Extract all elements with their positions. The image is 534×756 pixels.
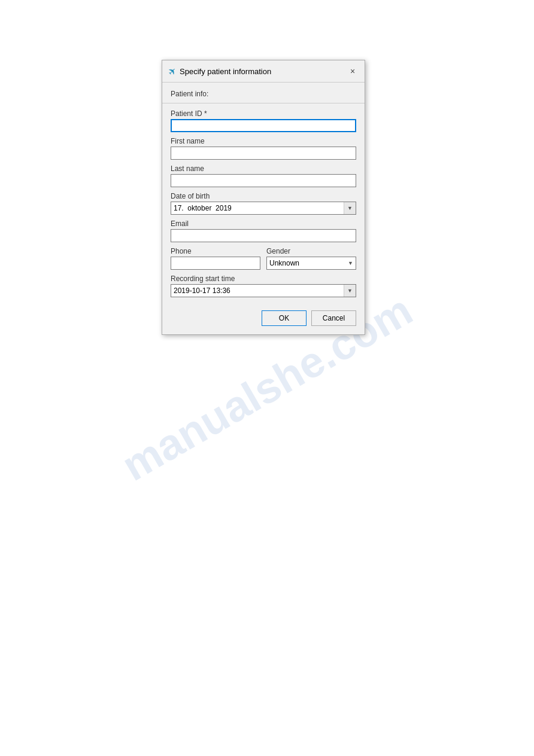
date-of-birth-wrapper: ▼	[171, 202, 356, 215]
phone-field-group: Phone	[171, 247, 260, 270]
close-button[interactable]: ×	[347, 65, 359, 77]
first-name-label: First name	[171, 137, 356, 145]
app-icon: ✈	[165, 65, 179, 78]
email-label: Email	[171, 220, 356, 228]
patient-id-field-group: Patient ID *	[171, 109, 356, 132]
dialog-body: Patient info: Patient ID * First name La…	[162, 83, 365, 334]
ok-button[interactable]: OK	[262, 310, 307, 326]
gender-select-wrapper: Unknown Male Female Other ▼	[266, 257, 356, 270]
last-name-label: Last name	[171, 164, 356, 173]
recording-calendar-dropdown-icon: ▼	[347, 288, 353, 294]
phone-label: Phone	[171, 247, 260, 255]
dialog-title-left: ✈ Specify patient information	[168, 66, 271, 77]
recording-start-time-label: Recording start time	[171, 275, 356, 283]
dialog-footer: OK Cancel	[171, 306, 356, 326]
recording-calendar-button[interactable]: ▼	[344, 285, 356, 297]
patient-id-label: Patient ID *	[171, 109, 356, 118]
patient-id-input[interactable]	[171, 119, 356, 132]
first-name-field-group: First name	[171, 137, 356, 160]
date-of-birth-calendar-button[interactable]: ▼	[344, 202, 356, 214]
last-name-input[interactable]	[171, 174, 356, 187]
recording-time-wrapper: ▼	[171, 284, 356, 297]
calendar-dropdown-icon: ▼	[347, 205, 353, 211]
last-name-field-group: Last name	[171, 164, 356, 187]
first-name-input[interactable]	[171, 147, 356, 160]
phone-gender-row: Phone Gender Unknown Male Female Other ▼	[171, 247, 356, 270]
section-divider	[162, 103, 365, 103]
recording-start-time-field-group: Recording start time ▼	[171, 275, 356, 297]
patient-info-section-label: Patient info:	[171, 90, 356, 98]
gender-field-group: Gender Unknown Male Female Other ▼	[266, 247, 356, 270]
phone-input[interactable]	[171, 257, 260, 270]
date-of-birth-label: Date of birth	[171, 192, 356, 200]
cancel-button[interactable]: Cancel	[311, 310, 356, 326]
gender-label: Gender	[266, 247, 356, 255]
date-of-birth-field-group: Date of birth ▼	[171, 192, 356, 215]
email-field-group: Email	[171, 220, 356, 242]
date-of-birth-input[interactable]	[171, 202, 344, 214]
dialog-title: Specify patient information	[180, 67, 271, 76]
page-background: manualshe.com ✈ Specify patient informat…	[0, 0, 534, 756]
dialog: ✈ Specify patient information × Patient …	[162, 60, 365, 335]
gender-select[interactable]: Unknown Male Female Other	[267, 257, 356, 269]
recording-start-time-input[interactable]	[171, 285, 344, 297]
dialog-titlebar: ✈ Specify patient information ×	[162, 60, 365, 83]
email-input[interactable]	[171, 229, 356, 242]
